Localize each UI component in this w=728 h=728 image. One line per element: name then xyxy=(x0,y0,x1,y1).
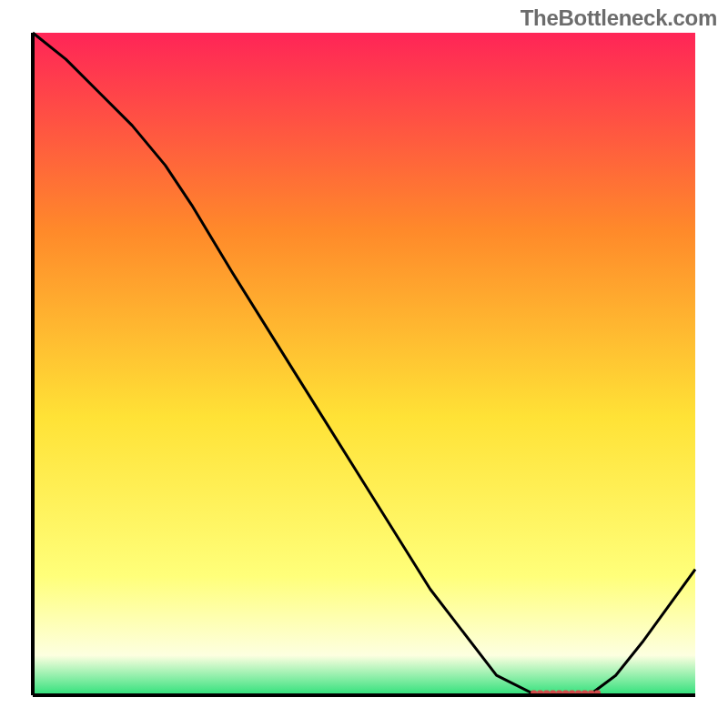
plot-background xyxy=(33,33,695,695)
bottleneck-chart xyxy=(0,0,728,728)
chart-container: { "watermark": "TheBottleneck.com", "col… xyxy=(0,0,728,728)
